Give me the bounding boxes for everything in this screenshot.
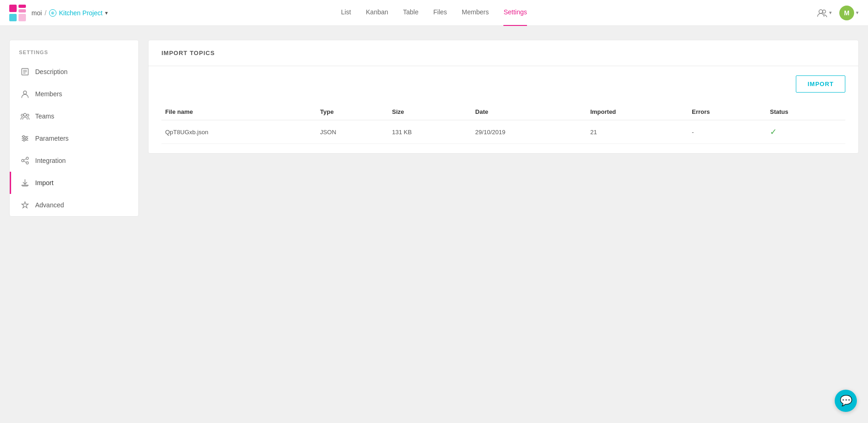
tab-files[interactable]: Files bbox=[434, 0, 447, 26]
parameters-icon bbox=[20, 134, 30, 143]
sidebar-item-label-import: Import bbox=[35, 179, 54, 187]
cell-type: JSON bbox=[316, 120, 388, 144]
sidebar-item-label-members: Members bbox=[35, 90, 62, 98]
tab-kanban[interactable]: Kanban bbox=[366, 0, 388, 26]
breadcrumb-separator: / bbox=[45, 9, 47, 17]
nav-tabs: List Kanban Table Files Members Settings bbox=[341, 0, 527, 26]
people-icon bbox=[817, 9, 827, 17]
import-button-row: IMPORT bbox=[161, 75, 845, 93]
col-header-type: Type bbox=[316, 104, 388, 120]
avatar: M bbox=[839, 6, 854, 20]
svg-rect-2 bbox=[19, 9, 26, 12]
svg-point-18 bbox=[23, 136, 25, 137]
breadcrumb: moi / ⊕ Kitchen Project ▾ bbox=[31, 9, 108, 17]
panel-title: IMPORT TOPICS bbox=[161, 50, 845, 56]
col-header-filename: File name bbox=[161, 104, 316, 120]
svg-point-22 bbox=[26, 157, 29, 160]
svg-line-24 bbox=[24, 159, 26, 160]
cell-filename: QpT8UGxb.json bbox=[161, 120, 316, 144]
user-switcher[interactable]: ▾ bbox=[817, 9, 832, 17]
svg-rect-3 bbox=[9, 14, 17, 21]
breadcrumb-user: moi bbox=[31, 9, 42, 17]
chat-icon: 💬 bbox=[840, 395, 852, 407]
svg-point-19 bbox=[25, 137, 27, 139]
avatar-group[interactable]: M ▾ bbox=[839, 6, 859, 20]
sidebar-item-advanced[interactable]: Advanced bbox=[10, 194, 138, 216]
svg-rect-4 bbox=[19, 14, 26, 21]
svg-point-13 bbox=[21, 114, 24, 117]
sidebar-item-label-teams: Teams bbox=[35, 112, 54, 120]
sidebar-item-label-integration: Integration bbox=[35, 157, 66, 164]
topbar-right: ▾ M ▾ bbox=[817, 6, 859, 20]
sidebar-item-import[interactable]: Import bbox=[10, 172, 138, 194]
members-icon bbox=[20, 89, 30, 99]
svg-line-25 bbox=[24, 161, 26, 162]
description-icon bbox=[20, 67, 30, 76]
sidebar: SETTINGS Description Members bbox=[9, 40, 139, 217]
sidebar-item-label-advanced: Advanced bbox=[35, 201, 64, 209]
import-table: File name Type Size Date Imported Errors… bbox=[161, 104, 845, 144]
project-name: Kitchen Project bbox=[59, 9, 102, 17]
svg-rect-1 bbox=[19, 5, 26, 8]
chevron-avatar-icon: ▾ bbox=[856, 10, 859, 16]
tab-members[interactable]: Members bbox=[462, 0, 489, 26]
col-header-status: Status bbox=[766, 104, 845, 120]
svg-point-20 bbox=[23, 139, 25, 141]
import-icon bbox=[20, 178, 30, 187]
content-panel: IMPORT TOPICS IMPORT File name Type Size… bbox=[148, 40, 859, 154]
svg-point-23 bbox=[26, 162, 29, 164]
panel-header: IMPORT TOPICS bbox=[149, 40, 858, 66]
topbar: moi / ⊕ Kitchen Project ▾ List Kanban Ta… bbox=[0, 0, 868, 26]
sidebar-item-parameters[interactable]: Parameters bbox=[10, 127, 138, 149]
sidebar-item-description[interactable]: Description bbox=[10, 61, 138, 83]
table-body: QpT8UGxb.json JSON 131 KB 29/10/2019 21 … bbox=[161, 120, 845, 144]
advanced-icon bbox=[20, 200, 30, 210]
cell-size: 131 KB bbox=[388, 120, 471, 144]
tab-table[interactable]: Table bbox=[403, 0, 418, 26]
svg-marker-26 bbox=[22, 202, 28, 208]
col-header-errors: Errors bbox=[688, 104, 766, 120]
breadcrumb-project[interactable]: ⊕ Kitchen Project ▾ bbox=[49, 9, 107, 17]
integration-icon bbox=[20, 156, 30, 165]
panel-body: IMPORT File name Type Size Date Imported… bbox=[149, 66, 858, 153]
col-header-imported: Imported bbox=[587, 104, 688, 120]
svg-rect-0 bbox=[9, 5, 17, 12]
cell-imported: 21 bbox=[587, 120, 688, 144]
main-content: SETTINGS Description Members bbox=[0, 26, 868, 423]
sidebar-section-title: SETTINGS bbox=[10, 40, 138, 61]
teams-icon bbox=[20, 112, 30, 121]
app-logo bbox=[9, 5, 26, 21]
sidebar-item-label-parameters: Parameters bbox=[35, 135, 68, 142]
chevron-users-icon: ▾ bbox=[829, 10, 832, 16]
svg-point-14 bbox=[27, 114, 29, 117]
cell-errors: - bbox=[688, 120, 766, 144]
import-button[interactable]: IMPORT bbox=[796, 75, 845, 93]
sidebar-item-members[interactable]: Members bbox=[10, 83, 138, 105]
globe-icon: ⊕ bbox=[49, 9, 56, 17]
svg-point-12 bbox=[24, 113, 26, 116]
table-row: QpT8UGxb.json JSON 131 KB 29/10/2019 21 … bbox=[161, 120, 845, 144]
table-header: File name Type Size Date Imported Errors… bbox=[161, 104, 845, 120]
cell-status: ✓ bbox=[766, 120, 845, 144]
cell-date: 29/10/2019 bbox=[471, 120, 587, 144]
tab-list[interactable]: List bbox=[341, 0, 351, 26]
status-check-icon: ✓ bbox=[770, 127, 777, 137]
chevron-down-icon: ▾ bbox=[105, 10, 108, 16]
svg-point-11 bbox=[24, 91, 27, 94]
sidebar-item-integration[interactable]: Integration bbox=[10, 149, 138, 172]
col-header-date: Date bbox=[471, 104, 587, 120]
tab-settings[interactable]: Settings bbox=[503, 0, 527, 26]
svg-point-21 bbox=[22, 160, 24, 162]
sidebar-item-teams[interactable]: Teams bbox=[10, 105, 138, 127]
col-header-size: Size bbox=[388, 104, 471, 120]
chat-bubble[interactable]: 💬 bbox=[835, 390, 857, 412]
sidebar-item-label-description: Description bbox=[35, 68, 68, 75]
